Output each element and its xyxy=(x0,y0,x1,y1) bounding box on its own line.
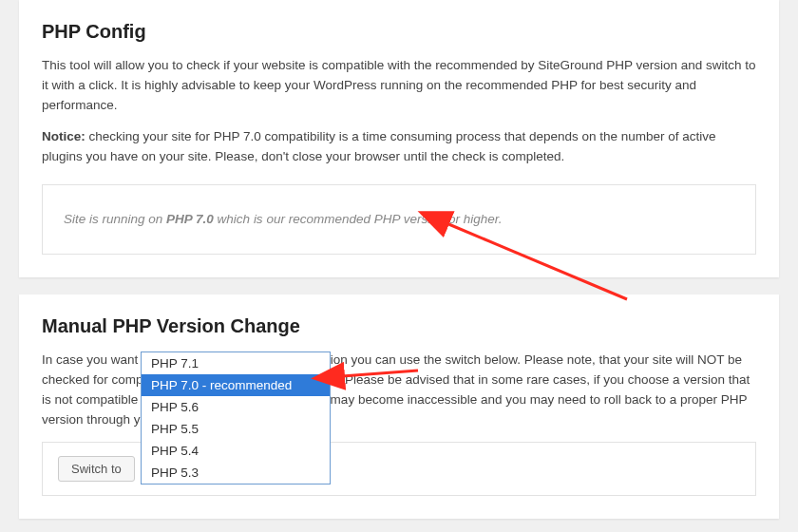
php-config-notice: Notice: checking your site for PHP 7.0 c… xyxy=(42,127,756,167)
php-config-description: This tool will allow you to check if you… xyxy=(42,56,756,116)
dropdown-option[interactable]: PHP 5.6 xyxy=(142,396,330,418)
switch-to-button[interactable]: Switch to xyxy=(58,456,135,482)
php-config-title: PHP Config xyxy=(42,21,756,43)
dropdown-option[interactable]: PHP 7.0 - recommended xyxy=(142,374,330,396)
dropdown-option[interactable]: PHP 5.4 xyxy=(142,440,330,462)
dropdown-option[interactable]: PHP 7.1 xyxy=(142,352,330,374)
php-version-dropdown[interactable]: PHP 7.1 PHP 7.0 - recommended PHP 5.6 PH… xyxy=(141,352,331,484)
manual-change-panel: Manual PHP Version Change In case you wa… xyxy=(19,294,779,519)
php-status-box: Site is running on PHP 7.0 which is our … xyxy=(42,184,756,255)
notice-label: Notice: xyxy=(42,129,86,143)
php-config-panel: PHP Config This tool will allow you to c… xyxy=(19,0,779,277)
manual-change-title: Manual PHP Version Change xyxy=(42,315,756,337)
dropdown-option[interactable]: PHP 5.3 xyxy=(142,462,330,484)
status-version: PHP 7.0 xyxy=(166,212,214,226)
status-suffix: which is our recommended PHP version or … xyxy=(214,212,503,226)
dropdown-option[interactable]: PHP 5.5 xyxy=(142,418,330,440)
notice-text: checking your site for PHP 7.0 compatibi… xyxy=(42,129,716,163)
status-prefix: Site is running on xyxy=(64,212,166,226)
